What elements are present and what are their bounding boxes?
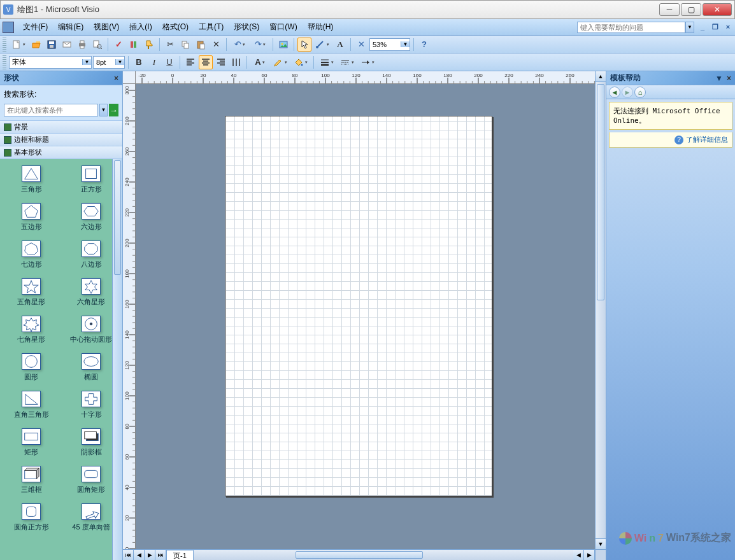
shapes-search-input[interactable] — [4, 104, 98, 116]
insert-picture-button[interactable] — [276, 38, 290, 52]
shapes-scrollbar[interactable] — [112, 159, 122, 560]
fill-color-button[interactable] — [291, 55, 310, 69]
help-back-button[interactable]: ◄ — [609, 87, 620, 98]
help-button[interactable]: ? — [417, 38, 431, 52]
format-painter-button[interactable] — [142, 38, 156, 52]
menu-view[interactable]: 视图(V) — [89, 20, 124, 34]
drawing-page[interactable] — [225, 116, 492, 496]
menu-insert[interactable]: 插入(I) — [124, 20, 157, 34]
help-panel-dropdown-icon[interactable]: ▼ — [715, 74, 723, 83]
system-menu-icon[interactable] — [3, 22, 14, 33]
copy-button[interactable] — [178, 38, 192, 52]
shapes-search-dropdown[interactable]: ▼ — [99, 104, 108, 116]
shapes-search-go[interactable]: → — [109, 104, 118, 116]
help-forward-button[interactable]: ► — [622, 87, 633, 98]
tab-next[interactable]: ▶ — [145, 550, 155, 560]
vertical-ruler[interactable]: 3002802602402202001801601401201008060402… — [123, 84, 136, 549]
spelling-button[interactable]: ✓ — [111, 38, 125, 52]
help-details-link[interactable]: 了解详细信息 — [686, 135, 728, 144]
toolbar-grip[interactable] — [3, 55, 6, 69]
shape-roundsquare[interactable]: 圆角正方形 — [1, 500, 61, 537]
font-combo[interactable]: 宋体▼ — [9, 56, 92, 69]
menu-file[interactable]: 文件(F) — [18, 20, 53, 34]
shape-box3d[interactable]: 三维框 — [1, 462, 61, 500]
menu-edit[interactable]: 编辑(E) — [53, 20, 89, 34]
doc-restore[interactable]: ❐ — [711, 23, 720, 32]
shape-star5[interactable]: 五角星形 — [1, 274, 61, 312]
shape-rect[interactable]: 矩形 — [1, 424, 61, 462]
svg-rect-40 — [85, 432, 97, 439]
print-preview-button[interactable] — [90, 38, 104, 52]
hscroll-right[interactable]: ▶ — [584, 550, 595, 560]
help-home-button[interactable]: ⌂ — [634, 87, 646, 98]
open-button[interactable] — [29, 38, 43, 52]
help-search-dropdown[interactable]: ▼ — [685, 22, 694, 33]
svg-rect-6 — [80, 41, 84, 43]
canvas-area: -200204060801001201401601802002202402602… — [123, 71, 606, 560]
stencil-tab-basic[interactable]: 基本形状 — [0, 146, 122, 159]
close-button[interactable]: ✕ — [703, 3, 732, 16]
canvas-viewport[interactable] — [136, 84, 595, 549]
shape-star7[interactable]: 七角星形 — [1, 312, 61, 349]
menu-shape[interactable]: 形状(S) — [229, 20, 264, 34]
align-right-button[interactable] — [214, 55, 228, 69]
new-button[interactable] — [9, 38, 28, 52]
stencil-tab-borders[interactable]: 边框和标题 — [0, 134, 122, 146]
cut-button[interactable]: ✂ — [163, 38, 177, 52]
shape-triangle[interactable]: 三角形 — [1, 162, 61, 199]
line-ends-button[interactable] — [358, 55, 377, 69]
help-panel-close[interactable]: × — [727, 74, 731, 83]
menu-help[interactable]: 帮助(H) — [303, 20, 339, 34]
paste-button[interactable] — [194, 38, 208, 52]
line-color-button[interactable] — [271, 55, 290, 69]
font-size-combo[interactable]: 8pt▼ — [93, 56, 125, 69]
menu-format[interactable]: 格式(O) — [157, 20, 194, 34]
zoom-combo[interactable]: 53%▼ — [369, 38, 410, 51]
underline-button[interactable]: U — [162, 55, 176, 69]
svg-text:240: 240 — [535, 73, 544, 78]
research-button[interactable] — [127, 38, 141, 52]
doc-close[interactable]: × — [724, 23, 732, 32]
tab-last[interactable]: ⏭ — [155, 550, 166, 560]
tab-prev[interactable]: ◀ — [134, 550, 145, 560]
distribute-button[interactable] — [229, 55, 243, 69]
print-button[interactable] — [75, 38, 89, 52]
connector-tool-button[interactable] — [313, 38, 332, 52]
shapes-panel-close[interactable]: × — [114, 74, 118, 83]
tab-first[interactable]: ⏮ — [123, 550, 134, 560]
email-button[interactable] — [60, 38, 74, 52]
minimize-button[interactable]: ─ — [659, 3, 680, 16]
doc-minimize[interactable]: _ — [698, 23, 707, 32]
undo-button[interactable]: ↶ — [230, 38, 249, 52]
redo-button[interactable]: ↷ — [250, 38, 269, 52]
stencil-tab-background[interactable]: 背景 — [0, 121, 122, 134]
line-weight-button[interactable] — [317, 55, 336, 69]
shape-circle[interactable]: 圆形 — [1, 349, 61, 387]
svg-text:100: 100 — [321, 73, 330, 78]
horizontal-ruler[interactable]: -200204060801001201401601802002202402602… — [136, 71, 595, 84]
page-tab[interactable]: 页-1 — [166, 550, 194, 560]
menu-tools[interactable]: 工具(T) — [194, 20, 229, 34]
shape-heptagon[interactable]: 七边形 — [1, 237, 61, 274]
hscroll-left[interactable]: ◀ — [573, 550, 584, 560]
toolbar-grip[interactable] — [3, 38, 6, 52]
shape-rtriangle[interactable]: 直角三角形 — [1, 387, 61, 424]
line-pattern-button[interactable] — [338, 55, 357, 69]
menu-window[interactable]: 窗口(W) — [264, 20, 302, 34]
delete-button[interactable]: ✕ — [209, 38, 223, 52]
vertical-scrollbar[interactable]: ▲▼ — [595, 71, 606, 549]
font-color-button[interactable]: A — [250, 55, 269, 69]
connection-point-button[interactable]: ✕ — [354, 38, 368, 52]
page-grid — [225, 116, 492, 496]
save-button[interactable] — [45, 38, 59, 52]
pointer-tool-button[interactable] — [297, 38, 311, 52]
horizontal-scrollbar[interactable] — [200, 550, 573, 560]
maximize-button[interactable]: ▢ — [681, 3, 701, 16]
help-search-input[interactable] — [577, 22, 685, 33]
align-center-button[interactable] — [199, 55, 213, 69]
align-left-button[interactable] — [183, 55, 197, 69]
text-tool-button[interactable]: A — [333, 38, 347, 52]
italic-button[interactable]: I — [147, 55, 161, 69]
shape-pentagon[interactable]: 五边形 — [1, 199, 61, 237]
bold-button[interactable]: B — [132, 55, 146, 69]
